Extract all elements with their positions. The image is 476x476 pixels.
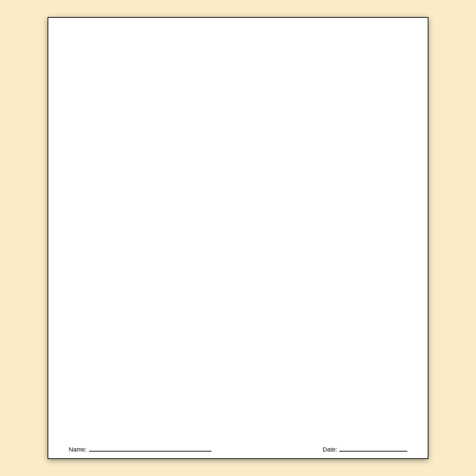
header-row: Name: Date: <box>69 446 407 453</box>
date-field[interactable]: Date: <box>322 446 407 453</box>
name-field[interactable]: Name: <box>69 446 211 453</box>
watermark <box>69 30 407 446</box>
worksheet-page: Name: Date: CELL HOMEOSTASIS VIRTUAL LAB… <box>48 17 428 459</box>
